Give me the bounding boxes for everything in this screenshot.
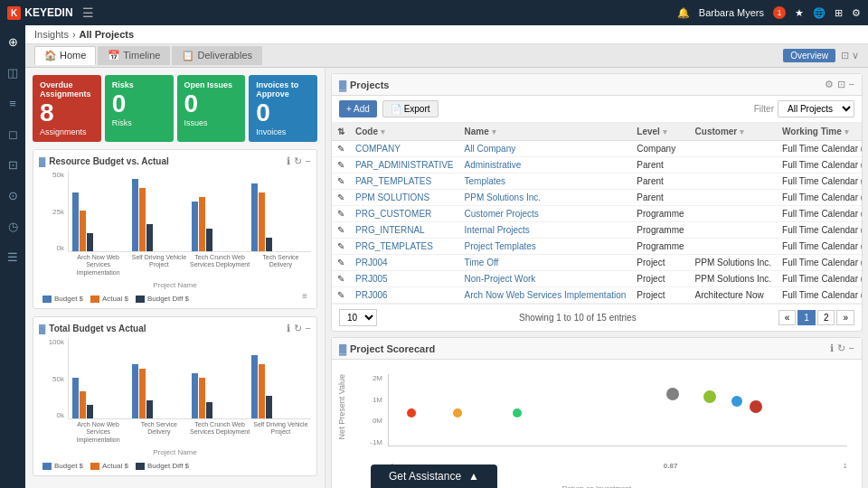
star-icon[interactable]: ★ [795, 7, 804, 19]
row-code[interactable]: PRJ004 [350, 255, 459, 271]
row-name[interactable]: Non-Project Work [459, 271, 632, 287]
sidebar-icon-3[interactable]: ≡ [4, 94, 22, 112]
sidebar-icon-4[interactable]: ◻ [4, 125, 22, 143]
row-name[interactable]: Customer Projects [459, 206, 632, 222]
row-name[interactable]: Arch Now Web Services Implementation [459, 287, 632, 304]
sidebar-icon-2[interactable]: ◫ [4, 63, 22, 81]
kpi-risks-title: Risks [112, 80, 166, 89]
row-code[interactable]: PRJ005 [350, 271, 459, 287]
gear-icon[interactable]: ⚙ [825, 79, 834, 90]
row-name[interactable]: Templates [459, 174, 632, 190]
toolbar-left: + Add 📄 Export [339, 100, 439, 117]
tab-home[interactable]: 🏠 Home [34, 46, 96, 65]
edit-icon[interactable]: ✎ [337, 209, 344, 219]
row-name[interactable]: Internal Projects [459, 222, 632, 239]
logo-icon: K [7, 6, 21, 20]
bar2-group-1 [72, 378, 128, 418]
edit-icon[interactable]: ✎ [337, 144, 344, 154]
row-name[interactable]: All Company [459, 141, 632, 157]
info-icon-sc[interactable]: ℹ [830, 343, 834, 354]
row-name[interactable]: Project Templates [459, 239, 632, 255]
collapse-icon[interactable]: − [849, 79, 854, 90]
chart2-legend: Budget $ Actual $ Budget Diff $ [42, 462, 189, 470]
dot-non-project [453, 408, 462, 418]
tab-deliverables[interactable]: 📋 Deliverables [172, 46, 262, 65]
col-working-time[interactable]: Working Time ▾ [777, 123, 862, 141]
info-icon-2[interactable]: ℹ [287, 323, 290, 334]
sidebar-icon-6[interactable]: ⊙ [4, 186, 22, 204]
chart1-y-labels: 50k 25k 0k [39, 171, 64, 252]
grid-icon[interactable]: ⊞ [835, 7, 843, 19]
row-name[interactable]: Time Off [459, 255, 632, 271]
add-button[interactable]: + Add [339, 100, 377, 117]
row-code[interactable]: PRG_TEMPLATES [350, 239, 459, 255]
expand-icon[interactable]: ⊡ [837, 79, 845, 90]
rows-select[interactable]: 10 [339, 309, 377, 326]
filter-dropdown[interactable]: All Projects [778, 100, 854, 117]
edit-icon[interactable]: ✎ [337, 160, 344, 170]
col-customer[interactable]: Customer ▾ [690, 123, 777, 141]
row-code[interactable]: PAR_ADMINISTRATIVE [350, 157, 459, 174]
col-code[interactable]: Code ▾ [350, 123, 459, 141]
minus-icon[interactable]: − [306, 155, 311, 167]
refresh-icon-sc[interactable]: ↻ [837, 343, 845, 354]
chart1-x-title: Project Name [39, 281, 311, 289]
col-level[interactable]: Level ▾ [631, 123, 689, 141]
subnav-tabs: 🏠 Home 📅 Timeline 📋 Deliverables [34, 46, 262, 65]
bell-icon[interactable]: 🔔 [677, 7, 690, 19]
settings-icon[interactable]: ⚙ [852, 7, 861, 19]
get-assistance-bar[interactable]: Get Assistance ▲ [371, 465, 497, 488]
chart1-menu-icon[interactable]: ≡ [302, 291, 307, 303]
row-code[interactable]: PPM SOLUTIONS [350, 190, 459, 206]
row-name[interactable]: PPM Solutions Inc. [459, 190, 632, 206]
row-code[interactable]: PAR_TEMPLATES [350, 174, 459, 190]
chart2-area: 100k 50k 0k [39, 338, 311, 446]
sidebar-icon-5[interactable]: ⊡ [4, 155, 22, 174]
table-row: ✎ PRJ006 Arch Now Web Services Implement… [332, 287, 862, 304]
collapse-icon-sc[interactable]: − [849, 343, 854, 354]
row-code[interactable]: PRJ006 [350, 287, 459, 304]
chart2-y-labels: 100k 50k 0k [39, 338, 64, 419]
row-name[interactable]: Administrative [459, 157, 632, 174]
user-name: Barbara Myers [699, 7, 764, 18]
kpi-risks: Risks 0 Risks [105, 75, 174, 142]
minus-icon-2[interactable]: − [306, 323, 311, 334]
export-button[interactable]: 📄 Export [382, 100, 439, 117]
page-1-button[interactable]: 1 [797, 310, 816, 325]
export-icon: 📄 [391, 104, 401, 114]
dot-arch-now [513, 408, 522, 418]
kpi-invoices-title: Invoices to Approve [256, 80, 310, 99]
hamburger-menu-icon[interactable]: ☰ [82, 5, 94, 20]
edit-icon[interactable]: ✎ [337, 241, 344, 251]
info-icon[interactable]: ℹ [287, 155, 290, 167]
get-assistance-label: Get Assistance [389, 470, 461, 483]
sidebar-home-icon[interactable]: ⊕ [4, 33, 22, 51]
row-code[interactable]: COMPANY [350, 141, 459, 157]
edit-icon[interactable]: ✎ [337, 290, 344, 300]
refresh-icon-2[interactable]: ↻ [294, 323, 302, 334]
refresh-icon[interactable]: ↻ [294, 155, 302, 167]
edit-icon[interactable]: ✎ [337, 258, 344, 267]
sidebar-icon-7[interactable]: ◷ [4, 217, 22, 235]
col-name[interactable]: Name ▾ [459, 123, 632, 141]
edit-icon[interactable]: ✎ [337, 192, 344, 202]
globe-icon[interactable]: 🌐 [813, 7, 826, 19]
dot-time-off [407, 408, 416, 418]
chart2-icons: ℹ ↻ − [287, 323, 311, 334]
table-row: ✎ PAR_TEMPLATES Templates Parent Full Ti… [332, 174, 862, 190]
tab-timeline[interactable]: 📅 Timeline [98, 46, 170, 65]
projects-section: Projects ⚙ ⊡ − + Add 📄 Export [331, 73, 863, 332]
row-code[interactable]: PRG_CUSTOMER [350, 206, 459, 222]
sidebar-icon-8[interactable]: ☰ [4, 248, 22, 266]
edit-icon[interactable]: ✎ [337, 176, 344, 186]
edit-icon[interactable]: ✎ [337, 274, 344, 284]
edit-icon[interactable]: ✎ [337, 225, 344, 235]
page-2-button[interactable]: 2 [817, 310, 835, 325]
expand-icon[interactable]: ⊡ ∨ [841, 50, 859, 61]
chart2-footer: Budget $ Actual $ Budget Diff $ [39, 458, 311, 470]
prev-page-button[interactable]: « [778, 310, 797, 325]
row-code[interactable]: PRG_INTERNAL [350, 222, 459, 239]
bar-group-4 [251, 183, 307, 251]
next-page-button[interactable]: » [836, 310, 854, 325]
projects-icons: ⚙ ⊡ − [825, 79, 854, 90]
